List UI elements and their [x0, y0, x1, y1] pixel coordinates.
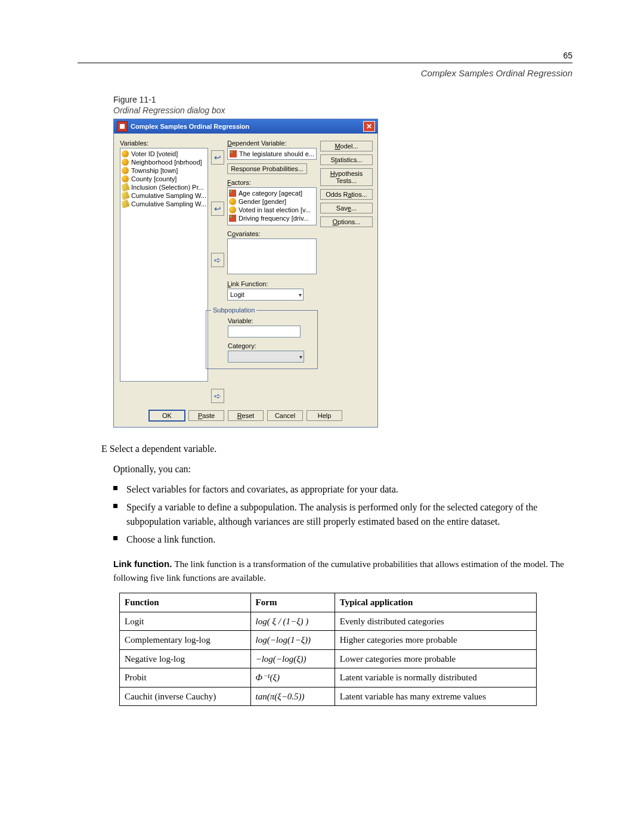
- list-item: Cumulative Sampling W...: [122, 191, 206, 200]
- ok-button[interactable]: OK: [149, 410, 185, 421]
- move-to-dependent-button[interactable]: ↩: [211, 150, 224, 165]
- dependent-variable-field[interactable]: The legislature should e...: [227, 148, 317, 160]
- figure-label: Figure 11-1: [113, 95, 572, 104]
- model-button[interactable]: Model...: [320, 141, 373, 151]
- help-button[interactable]: Help: [306, 410, 342, 421]
- scale-icon: [122, 150, 129, 157]
- link-function-label: Link Function:: [227, 280, 317, 287]
- subpop-category-combo: ▾: [228, 351, 304, 363]
- list-item: Township [town]: [122, 166, 206, 175]
- list-item: Neighborhood [nbrhood]: [122, 158, 206, 166]
- table-header: Typical application: [335, 593, 536, 612]
- subpopulation-legend: Subpopulation: [211, 306, 256, 314]
- subpop-category-label: Category:: [228, 342, 312, 349]
- move-to-subpop-button[interactable]: ➪: [211, 389, 224, 403]
- list-item: County [county]: [122, 175, 206, 183]
- reset-button[interactable]: Reset: [228, 410, 264, 421]
- factors-listbox[interactable]: Age category [agecat] Gender [gender] Vo…: [227, 187, 317, 225]
- link-function-para: The link function is a transformation of…: [113, 559, 564, 583]
- bullet-item: Specify a variable to define a subpopula…: [113, 500, 572, 529]
- ordinal-regression-dialog: Complex Samples Ordinal Regression ✕ Var…: [113, 119, 378, 428]
- close-icon[interactable]: ✕: [363, 121, 375, 132]
- bullet-item: Select variables for factors and covaria…: [113, 482, 572, 497]
- list-item: Gender [gender]: [229, 197, 315, 206]
- covariates-listbox[interactable]: [227, 239, 317, 274]
- section-header: Complex Samples Ordinal Regression: [78, 68, 572, 78]
- ordinal-icon: [229, 190, 236, 197]
- page-number: 65: [78, 51, 572, 60]
- options-button[interactable]: Options...: [320, 216, 373, 227]
- move-to-factors-button[interactable]: ↩: [211, 202, 224, 216]
- variables-listbox[interactable]: Voter ID [voteid] Neighborhood [nbrhood]…: [120, 148, 208, 382]
- list-item: Voted in last election [v...: [229, 206, 315, 214]
- figure-caption: Ordinal Regression dialog box: [113, 106, 572, 115]
- chevron-down-icon: ▾: [299, 292, 302, 298]
- ordinal-icon: [229, 215, 236, 222]
- optionally-text: Optionally, you can:: [113, 462, 561, 476]
- list-item: Inclusion (Selection) Pr...: [122, 183, 206, 191]
- scale-icon: [229, 198, 236, 205]
- scale-icon: [122, 167, 129, 174]
- list-item: Age category [agecat]: [229, 189, 315, 197]
- save-button[interactable]: Save...: [320, 203, 373, 213]
- step-text: E Select a dependent variable.: [101, 442, 572, 456]
- ruler-icon: [122, 191, 130, 200]
- table-header: Form: [250, 593, 335, 612]
- dialog-title: Complex Samples Ordinal Regression: [131, 123, 249, 130]
- dialog-titlebar: Complex Samples Ordinal Regression ✕: [114, 119, 377, 134]
- link-function-combo[interactable]: Logit ▾: [227, 289, 304, 301]
- scale-icon: [229, 206, 236, 213]
- variables-label: Variables:: [120, 140, 208, 147]
- ruler-icon: [122, 183, 130, 191]
- table-row: Probit Φ⁻¹(ξ) Latent variable is normall…: [120, 668, 537, 688]
- subpop-variable-label: Variable:: [228, 317, 312, 324]
- bullet-item: Choose a link function.: [113, 532, 572, 547]
- table-row: Complementary log-log log(−log(1−ξ)) Hig…: [120, 631, 537, 650]
- response-probabilities-button[interactable]: Response Probabilities...: [227, 163, 307, 174]
- move-to-covariates-button[interactable]: ➪: [211, 253, 224, 267]
- table-header: Function: [120, 593, 251, 612]
- list-item: Driving frequency [driv...: [229, 214, 315, 222]
- scale-icon: [122, 159, 129, 166]
- paste-button[interactable]: Paste: [188, 410, 224, 421]
- table-row: Cauchit (inverse Cauchy) tan(π(ξ−0.5)) L…: [120, 687, 537, 706]
- factors-label: Factors:: [227, 179, 317, 186]
- app-icon: [117, 121, 128, 132]
- hypothesis-tests-button[interactable]: Hypothesis Tests...: [320, 168, 373, 186]
- odds-ratios-button[interactable]: Odds Ratios...: [320, 189, 373, 200]
- ordinal-icon: [230, 150, 237, 157]
- statistics-button[interactable]: Statistics...: [320, 154, 373, 165]
- scale-icon: [122, 175, 129, 182]
- covariates-label: Covariates:: [227, 230, 317, 237]
- table-row: Logit log( ξ / (1−ξ) ) Evenly distribute…: [120, 612, 537, 631]
- table-row: Negative log-log −log(−log(ξ)) Lower cat…: [120, 649, 537, 668]
- subpop-variable-field[interactable]: [228, 326, 301, 337]
- dependent-label: Dependent Variable:: [227, 140, 317, 147]
- link-function-heading: Link function. The link function is a tr…: [113, 558, 572, 584]
- list-item: Voter ID [voteid]: [122, 150, 206, 158]
- chevron-down-icon: ▾: [299, 354, 302, 360]
- link-function-table: Function Form Typical application Logit …: [119, 593, 537, 706]
- ruler-icon: [122, 200, 130, 208]
- cancel-button[interactable]: Cancel: [267, 410, 303, 421]
- list-item: Cumulative Sampling W...: [122, 200, 206, 208]
- horizontal-rule: [78, 63, 572, 63]
- subpopulation-group: Subpopulation Variable: Category: ▾: [206, 306, 318, 369]
